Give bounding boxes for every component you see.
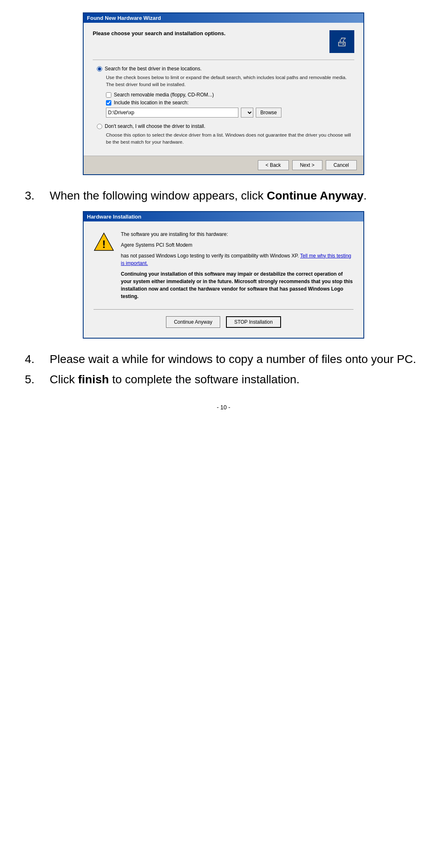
checkbox1-input[interactable] bbox=[106, 92, 111, 98]
location-row: Browse bbox=[106, 108, 354, 118]
radio2-row[interactable]: Don't search, I will choose the driver t… bbox=[97, 123, 354, 129]
wizard-dialog: Found New Hardware Wizard Please choose … bbox=[83, 12, 364, 175]
hw-divider bbox=[94, 309, 353, 310]
back-button[interactable]: < Back bbox=[258, 160, 289, 170]
warning-icon: ! bbox=[94, 232, 114, 253]
step5-post: to complete the software installation. bbox=[109, 373, 300, 386]
hw-text-block: The software you are installing for this… bbox=[121, 231, 353, 303]
hw-body: ! The software you are installing for th… bbox=[84, 221, 363, 338]
hw-line2: has not passed Windows Logo testing to v… bbox=[121, 253, 300, 259]
wizard-header-row: Please choose your search and installati… bbox=[93, 30, 354, 53]
hardware-icon-box: 🖨 bbox=[329, 30, 354, 53]
step5-bold: finish bbox=[78, 373, 109, 386]
wizard-title: Found New Hardware Wizard bbox=[87, 15, 161, 21]
wizard-section: Search for the best driver in these loca… bbox=[97, 66, 354, 146]
checkbox2-input[interactable] bbox=[106, 100, 111, 106]
hw-titlebar: Hardware Installation bbox=[84, 212, 363, 221]
step3-num: 3. bbox=[25, 188, 50, 204]
radio1-row[interactable]: Search for the best driver in these loca… bbox=[97, 66, 354, 72]
stop-installation-button[interactable]: STOP Installation bbox=[226, 316, 281, 328]
step5-pre: Click bbox=[50, 373, 78, 386]
radio2-desc: Choose this option to select the device … bbox=[106, 132, 354, 145]
continue-anyway-button[interactable]: Continue Anyway bbox=[166, 316, 220, 328]
radio2-input[interactable] bbox=[97, 124, 102, 129]
hw-content-row: ! The software you are installing for th… bbox=[94, 231, 353, 303]
hw-bold-warning: Continuing your installation of this sof… bbox=[121, 270, 353, 300]
step5-num: 5. bbox=[25, 371, 50, 387]
checkbox2-label: Include this location in the search: bbox=[114, 100, 189, 106]
radio1-label: Search for the best driver in these loca… bbox=[105, 66, 202, 72]
steps-section: 4. Please wait a while for windows to co… bbox=[25, 351, 422, 387]
svg-text:!: ! bbox=[102, 238, 106, 250]
cancel-button[interactable]: Cancel bbox=[326, 160, 357, 170]
hw-dialog: Hardware Installation ! The software you… bbox=[83, 211, 364, 339]
checkbox2-row[interactable]: Include this location in the search: bbox=[106, 100, 354, 106]
wizard-header-text: Please choose your search and installati… bbox=[93, 30, 226, 36]
page-number: - 10 - bbox=[25, 404, 422, 411]
radio1-input[interactable] bbox=[97, 66, 102, 72]
hw-footer: Continue Anyway STOP Installation bbox=[94, 314, 353, 334]
radio2-label: Don't search, I will choose the driver t… bbox=[105, 123, 205, 129]
radio1-desc: Use the check boxes below to limit or ex… bbox=[106, 74, 354, 88]
step4-num: 4. bbox=[25, 351, 50, 367]
hardware-icon: 🖨 bbox=[336, 35, 348, 48]
step4-line: 4. Please wait a while for windows to co… bbox=[25, 351, 422, 367]
wizard-titlebar: Found New Hardware Wizard bbox=[84, 13, 363, 23]
next-button[interactable]: Next > bbox=[292, 160, 322, 170]
step4-text: Please wait a while for windows to copy … bbox=[50, 351, 422, 367]
step3-text: 3.When the following window appears, cli… bbox=[25, 188, 422, 204]
step3-end: . bbox=[363, 189, 367, 202]
step5-line: 5. Click finish to complete the software… bbox=[25, 371, 422, 387]
hw-line1: The software you are installing for this… bbox=[121, 231, 353, 238]
hw-device-name: Agere Systems PCI Soft Modem bbox=[121, 241, 353, 249]
wizard-body: Please choose your search and installati… bbox=[84, 23, 363, 156]
step5-text: Click finish to complete the software in… bbox=[50, 371, 422, 387]
wizard-footer: < Back Next > Cancel bbox=[84, 156, 363, 174]
hw-line2-row: has not passed Windows Logo testing to v… bbox=[121, 252, 353, 267]
step3-bold: Continue Anyway bbox=[267, 189, 363, 202]
wizard-divider bbox=[93, 60, 354, 60]
step3-text-pre: When the following window appears, click bbox=[50, 189, 267, 202]
location-dropdown[interactable] bbox=[241, 108, 253, 118]
checkbox1-row[interactable]: Search removable media (floppy, CD-ROM..… bbox=[106, 92, 354, 98]
warning-triangle-icon: ! bbox=[94, 232, 114, 251]
hw-title: Hardware Installation bbox=[87, 214, 141, 220]
browse-button[interactable]: Browse bbox=[256, 108, 281, 118]
checkbox1-label: Search removable media (floppy, CD-ROM..… bbox=[114, 92, 214, 98]
location-input[interactable] bbox=[106, 108, 238, 118]
step3-content: When the following window appears, click… bbox=[50, 188, 418, 204]
